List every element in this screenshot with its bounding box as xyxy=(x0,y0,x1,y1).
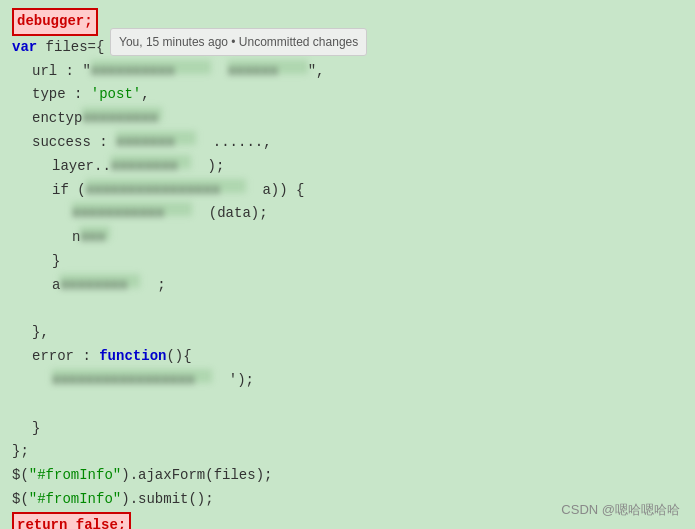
blurred-success: xxxxxxx xyxy=(116,131,196,145)
line-n: nxxx xyxy=(12,226,683,250)
blurred-n: xxx xyxy=(80,226,110,240)
line-close-obj: }; xyxy=(12,440,683,464)
blurred-url1: xxxxxxxxxx xyxy=(91,60,211,74)
return-false-keyword: return false; xyxy=(12,512,131,529)
line-layer: layer..xxxxxxxx ); xyxy=(12,155,683,179)
watermark: CSDN @嗯哈嗯哈哈 xyxy=(561,501,680,519)
blurred-a: xxxxxxxx xyxy=(60,274,140,288)
line-error-body: xxxxxxxxxxxxxxxxx '); xyxy=(12,369,683,393)
line-close-if: } xyxy=(12,250,683,274)
line-close-error: } xyxy=(12,417,683,441)
line-type: type : 'post', xyxy=(12,83,683,107)
blurred-if-cond: xxxxxxxxxxxxxxxx xyxy=(86,179,246,193)
var-keyword: var xyxy=(12,36,46,60)
code-block: debugger; var files={ You, 15 minutes ag… xyxy=(0,0,695,529)
line-if: if (xxxxxxxxxxxxxxxx a)) { xyxy=(12,179,683,203)
line-enctype: enctypxxxxxxxxx xyxy=(12,107,683,131)
line-success: success : xxxxxxx ......, xyxy=(12,131,683,155)
line-error: error : function(){ xyxy=(12,345,683,369)
line-data-call: xxxxxxxxxxx (data); xyxy=(12,202,683,226)
line-a: axxxxxxxx ; xyxy=(12,274,683,298)
blurred-enctype: xxxxxxxxx xyxy=(82,107,162,121)
tooltip-text: You, 15 minutes ago • Uncommitted change… xyxy=(119,35,358,49)
git-tooltip: You, 15 minutes ago • Uncommitted change… xyxy=(110,28,367,56)
line-empty2 xyxy=(12,393,683,417)
code-container: debugger; var files={ You, 15 minutes ag… xyxy=(0,0,695,529)
line-empty1 xyxy=(12,298,683,322)
debugger-keyword: debugger; xyxy=(12,8,98,36)
blurred-layer: xxxxxxxx xyxy=(111,155,191,169)
line-url: url : "xxxxxxxxxx xxxxxx", xyxy=(12,60,683,84)
blurred-func: xxxxxxxxxxx xyxy=(72,202,192,216)
line-ajax-form: $("#fromInfo").ajaxForm(files); xyxy=(12,464,683,488)
line-comma-close: }, xyxy=(12,321,683,345)
blurred-url2: xxxxxx xyxy=(228,60,308,74)
blurred-error-body: xxxxxxxxxxxxxxxxx xyxy=(52,369,212,383)
